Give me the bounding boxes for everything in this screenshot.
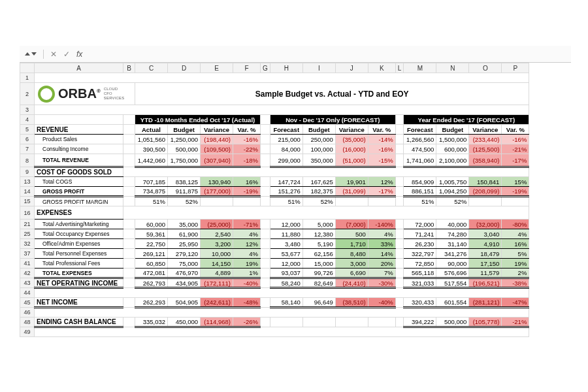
table-row: 48ENDING CASH BALANCE 335,032450,000(114… — [20, 318, 529, 327]
table-row: 43NET OPERATING INCOME 262,793434,905(17… — [20, 278, 529, 288]
table-row: 41Total Professional Fees 60,85075,00014… — [20, 259, 529, 269]
table-row: 45NET INCOME 262,293504,905(242,611)-48%… — [20, 298, 529, 308]
col-N[interactable]: N — [436, 63, 469, 73]
col-M[interactable]: M — [404, 63, 436, 73]
row-3[interactable]: 3 — [20, 105, 35, 115]
ytd-header: YTD -10 Months Ended Oct '17 (Actual) — [135, 115, 261, 125]
table-row: 6Product Sales 1,051,5601,250,000(198,44… — [20, 135, 529, 144]
formula-bar: ✕ ✓ fx — [20, 46, 571, 63]
logo-icon — [38, 86, 55, 103]
separator — [43, 50, 44, 59]
table-row: 15GROSS PROFIT MARGIN 51%52% 51%52% 51%5… — [20, 197, 529, 206]
col-L[interactable]: L — [395, 63, 404, 73]
row-1[interactable]: 1 — [20, 73, 35, 83]
fx-label[interactable]: fx — [76, 50, 82, 59]
col-O[interactable]: O — [469, 63, 502, 73]
col-A[interactable]: A — [35, 63, 123, 73]
col-G[interactable]: G — [261, 63, 270, 73]
col-H[interactable]: H — [270, 63, 302, 73]
table-row: 14GROSS PROFIT 734,875911,875(177,000)-1… — [20, 187, 529, 197]
page-title: Sample Budget vs. Actual - YTD and EOY — [135, 83, 529, 105]
row-5[interactable]: 5 — [20, 125, 35, 135]
row-4[interactable]: 4 — [20, 115, 35, 125]
col-D[interactable]: D — [168, 63, 201, 73]
table-row: 25Total Occupancy Expenses 59,36161,9002… — [20, 229, 529, 239]
fcst-header: Nov - Dec '17 Only (FORECAST) — [270, 115, 395, 125]
eoy-header: Year Ended Dec '17 (FORECAST) — [404, 115, 529, 125]
table-row: 13Total COGS 707,185838,125130,94016% 14… — [20, 177, 529, 187]
col-F[interactable]: F — [233, 63, 261, 73]
confirm-icon[interactable]: ✓ — [63, 50, 70, 59]
row-2[interactable]: 2 — [20, 83, 35, 105]
col-J[interactable]: J — [335, 63, 368, 73]
col-P[interactable]: P — [502, 63, 529, 73]
table-row: 37Total Personnel Expenses 269,121279,12… — [20, 249, 529, 259]
col-E[interactable]: E — [201, 63, 233, 73]
revenue-label: REVENUE — [35, 125, 123, 135]
col-K[interactable]: K — [368, 63, 395, 73]
namebox-dropdown[interactable] — [25, 52, 37, 56]
cancel-icon[interactable]: ✕ — [50, 50, 57, 59]
logo-tagline: CLOUDCFOSERVICES — [104, 87, 125, 101]
col-B[interactable]: B — [123, 63, 135, 73]
logo-text: ORBA® — [58, 86, 101, 101]
table-row: 32Office/Admin Expenses 22,75025,9503,20… — [20, 239, 529, 249]
spreadsheet-grid[interactable]: A B C D E F G H I J K L M N O P 1 2 ORBA… — [20, 63, 572, 337]
col-C[interactable]: C — [135, 63, 168, 73]
logo: ORBA® CLOUDCFOSERVICES — [37, 84, 133, 104]
table-row: 42TOTAL EXPENSES 472,081476,9704,8891% 9… — [20, 269, 529, 278]
col-I[interactable]: I — [302, 63, 335, 73]
column-header-row: A B C D E F G H I J K L M N O P — [20, 63, 529, 73]
select-all-cell[interactable] — [20, 63, 35, 73]
table-row: 21Total Advertising/Marketing 60,00035,0… — [20, 220, 529, 229]
table-row: 8TOTAL REVENUE 1,442,0601,750,000(307,94… — [20, 154, 529, 167]
table-row: 7Consulting Income 390,500500,000(109,50… — [20, 144, 529, 154]
